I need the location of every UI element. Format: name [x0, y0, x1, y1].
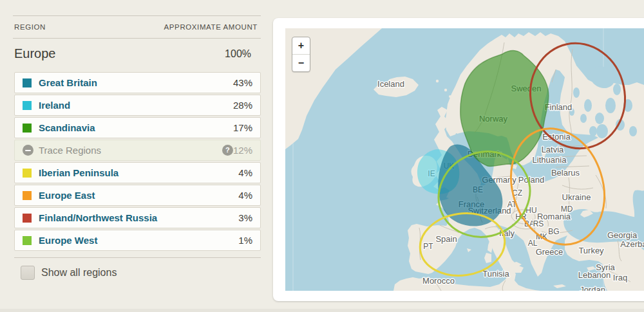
region-amount: 4% — [238, 167, 252, 178]
ireland-swatch — [23, 101, 32, 110]
region-row-finland-nw-russia[interactable]: Finland/Northwest Russia 3% — [14, 207, 261, 228]
region-amount: 4% — [238, 190, 252, 201]
region-column-header: REGION — [14, 23, 46, 31]
region-link[interactable]: Ireland — [39, 100, 233, 111]
region-list: Great Britain 43% Ireland 28% Scandinavi… — [14, 72, 261, 252]
country-label: Lebanon — [578, 270, 611, 280]
group-amount: 100% — [225, 48, 251, 60]
country-label: PT — [423, 242, 433, 251]
finland-nw-russia-swatch — [23, 214, 32, 223]
region-row-ireland[interactable]: Ireland 28% — [14, 95, 261, 116]
country-label: Lithuania — [533, 155, 567, 165]
region-amount: 1% — [238, 235, 252, 246]
table-header: REGION APPROXIMATE AMOUNT — [14, 23, 258, 31]
country-label: Azerbaijan — [620, 239, 644, 249]
country-label: BG — [548, 227, 559, 236]
group-title: Europe — [14, 46, 56, 61]
trace-regions-label: Trace Regions — [39, 145, 217, 156]
ethnicity-map[interactable]: IcelandSwedenNorwayFinlandEstoniaLatviaL… — [285, 28, 644, 291]
divider-header — [13, 38, 261, 39]
country-label: Turkey — [578, 246, 604, 255]
country-label: Jordan — [580, 285, 605, 291]
region-link[interactable]: Great Britain — [39, 77, 233, 88]
country-label: Greece — [536, 247, 564, 257]
country-label: Latvia — [542, 145, 564, 154]
country-label: Poland — [518, 175, 544, 185]
show-all-regions-checkbox[interactable] — [21, 266, 35, 280]
show-all-regions-label: Show all regions — [41, 267, 117, 279]
region-link[interactable]: Iberian Peninsula — [39, 167, 238, 178]
europe-west-swatch — [23, 236, 32, 245]
show-all-regions-toggle[interactable]: Show all regions — [21, 266, 117, 280]
trace-regions-row[interactable]: Trace Regions ? 12% — [14, 140, 261, 161]
divider-bottom — [14, 257, 261, 258]
country-label: AL — [528, 239, 538, 248]
group-row-europe: Europe 100% — [14, 46, 251, 61]
scandinavia-swatch — [23, 124, 32, 133]
zoom-in-button[interactable]: + — [292, 37, 310, 54]
region-link[interactable]: Europe East — [39, 190, 238, 201]
country-label: Morocco — [422, 276, 455, 286]
region-amount: 3% — [238, 212, 252, 223]
region-link[interactable]: Finland/Northwest Russia — [39, 212, 238, 223]
region-link[interactable]: Europe West — [39, 235, 238, 246]
country-label: Belarus — [551, 168, 580, 178]
country-label: Georgia — [607, 230, 638, 240]
iberian-peninsula-swatch — [23, 169, 32, 178]
region-row-iberian-peninsula[interactable]: Iberian Peninsula 4% — [14, 162, 261, 183]
country-label: Ukraine — [562, 192, 591, 202]
region-amount: 28% — [233, 100, 252, 111]
country-label: Iceland — [377, 79, 404, 89]
region-amount: 17% — [233, 122, 252, 133]
map-zoom-control: + − — [292, 37, 310, 72]
europe-east-swatch — [23, 191, 32, 200]
country-label: Spain — [435, 234, 457, 244]
map-canvas: IcelandSwedenNorwayFinlandEstoniaLatviaL… — [285, 28, 644, 291]
country-label: Iraq — [613, 273, 627, 282]
region-row-europe-west[interactable]: Europe West 1% — [14, 230, 261, 251]
region-amount: 12% — [233, 145, 252, 156]
country-label: RS — [533, 219, 544, 228]
country-label: Finland — [545, 102, 573, 112]
collapse-minus-icon[interactable] — [23, 145, 33, 156]
amount-column-header: APPROXIMATE AMOUNT — [164, 23, 258, 31]
region-link[interactable]: Scandinavia — [39, 122, 233, 133]
zoom-out-button[interactable]: − — [292, 54, 310, 71]
region-row-great-britain[interactable]: Great Britain 43% — [14, 72, 261, 93]
region-row-scandinavia[interactable]: Scandinavia 17% — [14, 117, 261, 138]
great-britain-swatch — [23, 78, 32, 87]
region-row-europe-east[interactable]: Europe East 4% — [14, 185, 261, 206]
region-amount: 43% — [233, 77, 252, 88]
divider-top — [13, 15, 261, 16]
help-question-icon[interactable]: ? — [222, 145, 233, 156]
window-edge — [0, 309, 644, 312]
country-label: Tunisia — [482, 269, 509, 279]
